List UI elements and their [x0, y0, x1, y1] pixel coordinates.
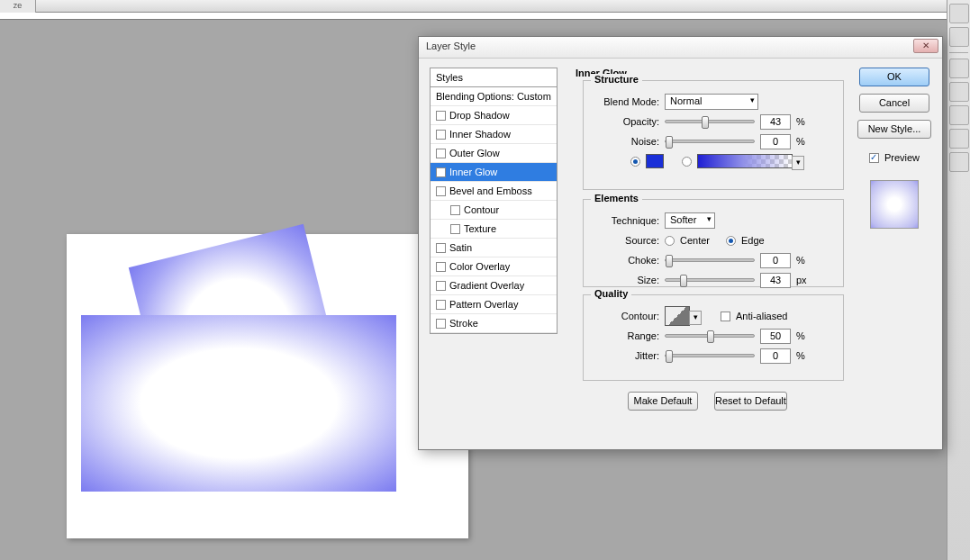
cancel-button[interactable]: Cancel: [859, 94, 929, 113]
glow-gradient-picker[interactable]: [697, 154, 793, 168]
close-icon[interactable]: ✕: [913, 39, 938, 53]
size-label: Size:: [594, 275, 659, 285]
style-row-outer-glow[interactable]: Outer Glow: [431, 144, 557, 163]
style-row-texture[interactable]: Texture: [431, 220, 557, 239]
noise-unit: %: [796, 136, 805, 147]
quality-group: Quality Contour: Anti-aliased Range: 50 …: [583, 294, 844, 381]
reset-default-button[interactable]: Reset to Default: [714, 392, 787, 411]
style-label: Bevel and Emboss: [449, 185, 532, 196]
style-row-color-overlay[interactable]: Color Overlay: [431, 257, 557, 276]
preview-checkbox[interactable]: [869, 153, 879, 163]
style-label: Inner Shadow: [449, 129, 511, 140]
preview-thumbnail: [870, 180, 919, 229]
style-checkbox[interactable]: [436, 130, 446, 140]
panel-icon[interactable]: [949, 105, 969, 125]
structure-legend: Structure: [591, 74, 642, 85]
layer-style-dialog: Layer Style ✕ Styles Blending Options: C…: [418, 36, 943, 450]
new-style-button[interactable]: New Style...: [857, 120, 931, 139]
style-checkbox[interactable]: [436, 319, 446, 329]
style-row-satin[interactable]: Satin: [431, 239, 557, 257]
style-checkbox[interactable]: [436, 281, 446, 291]
glow-shape-rect: [81, 315, 396, 492]
panel-icon[interactable]: [949, 27, 969, 47]
style-checkbox[interactable]: [450, 205, 460, 215]
contour-picker[interactable]: [665, 306, 690, 326]
make-default-button[interactable]: Make Default: [628, 392, 698, 411]
choke-unit: %: [796, 255, 805, 266]
styles-header[interactable]: Styles: [431, 68, 557, 87]
style-label: Contour: [464, 204, 499, 215]
style-label: Pattern Overlay: [449, 299, 518, 310]
jitter-value[interactable]: 0: [760, 348, 791, 364]
style-checkbox[interactable]: [436, 167, 446, 177]
source-edge-radio[interactable]: [726, 236, 736, 246]
style-checkbox[interactable]: [436, 111, 446, 121]
glow-color-swatch[interactable]: [646, 154, 664, 168]
contour-label: Contour:: [594, 311, 659, 321]
style-label: Inner Glow: [449, 167, 497, 177]
range-value[interactable]: 50: [760, 329, 791, 344]
style-checkbox[interactable]: [436, 262, 446, 272]
gradient-radio[interactable]: [682, 157, 692, 167]
style-row-stroke[interactable]: Stroke: [431, 314, 557, 333]
range-unit: %: [796, 330, 805, 341]
panel-icon[interactable]: [949, 59, 969, 78]
styles-list: Styles Blending Options: CustomDrop Shad…: [430, 68, 558, 334]
range-label: Range:: [594, 330, 659, 341]
style-row-blending-options-custom[interactable]: Blending Options: Custom: [431, 87, 557, 106]
style-row-pattern-overlay[interactable]: Pattern Overlay: [431, 295, 557, 314]
choke-label: Choke:: [594, 255, 659, 266]
style-row-contour[interactable]: Contour: [431, 201, 557, 220]
style-label: Gradient Overlay: [449, 280, 524, 291]
dialog-title: Layer Style: [426, 41, 476, 51]
style-label: Drop Shadow: [449, 110, 510, 121]
style-checkbox[interactable]: [436, 149, 446, 158]
opacity-label: Opacity:: [594, 116, 659, 127]
panel-icon[interactable]: [949, 4, 969, 23]
jitter-unit: %: [796, 350, 805, 361]
opacity-unit: %: [796, 116, 805, 127]
style-row-drop-shadow[interactable]: Drop Shadow: [431, 106, 557, 125]
preview-label: Preview: [884, 152, 920, 163]
blend-mode-select[interactable]: Normal: [665, 94, 758, 110]
style-label: Satin: [449, 242, 472, 253]
jitter-label: Jitter:: [594, 350, 659, 361]
noise-value[interactable]: 0: [760, 134, 791, 149]
size-value[interactable]: 43: [760, 273, 791, 288]
elements-group: Elements Technique: Softer Source: Cente…: [583, 199, 844, 287]
color-radio[interactable]: [630, 157, 640, 167]
range-slider[interactable]: [665, 334, 755, 338]
anti-aliased-checkbox[interactable]: [721, 312, 730, 321]
choke-slider[interactable]: [665, 258, 755, 262]
opacity-value[interactable]: 43: [760, 114, 791, 130]
ok-button[interactable]: OK: [859, 68, 929, 86]
style-row-bevel-and-emboss[interactable]: Bevel and Emboss: [431, 182, 557, 201]
technique-select[interactable]: Softer: [665, 212, 715, 229]
jitter-slider[interactable]: [665, 354, 755, 357]
style-row-inner-glow[interactable]: Inner Glow: [431, 163, 557, 182]
size-slider[interactable]: [665, 278, 755, 282]
blend-mode-label: Blend Mode:: [594, 96, 659, 107]
style-row-gradient-overlay[interactable]: Gradient Overlay: [431, 276, 557, 295]
source-center-radio[interactable]: [665, 236, 675, 246]
dialog-titlebar[interactable]: Layer Style ✕: [419, 37, 942, 59]
choke-value[interactable]: 0: [760, 253, 791, 268]
right-tool-strip: [947, 0, 970, 560]
opacity-slider[interactable]: [665, 120, 755, 123]
panel-icon[interactable]: [949, 129, 969, 149]
noise-slider[interactable]: [665, 140, 755, 143]
style-label: Texture: [464, 223, 496, 234]
style-checkbox[interactable]: [436, 300, 446, 310]
style-checkbox[interactable]: [436, 186, 446, 196]
quality-legend: Quality: [591, 288, 631, 299]
style-label: Outer Glow: [449, 148, 500, 158]
panel-icon[interactable]: [949, 152, 969, 172]
technique-label: Technique:: [594, 215, 659, 226]
source-center-label: Center: [680, 235, 710, 246]
style-checkbox[interactable]: [436, 243, 446, 253]
style-row-inner-shadow[interactable]: Inner Shadow: [431, 125, 557, 144]
panel-icon[interactable]: [949, 82, 969, 102]
elements-legend: Elements: [591, 193, 642, 203]
style-label: Color Overlay: [449, 261, 510, 272]
style-checkbox[interactable]: [450, 224, 460, 234]
